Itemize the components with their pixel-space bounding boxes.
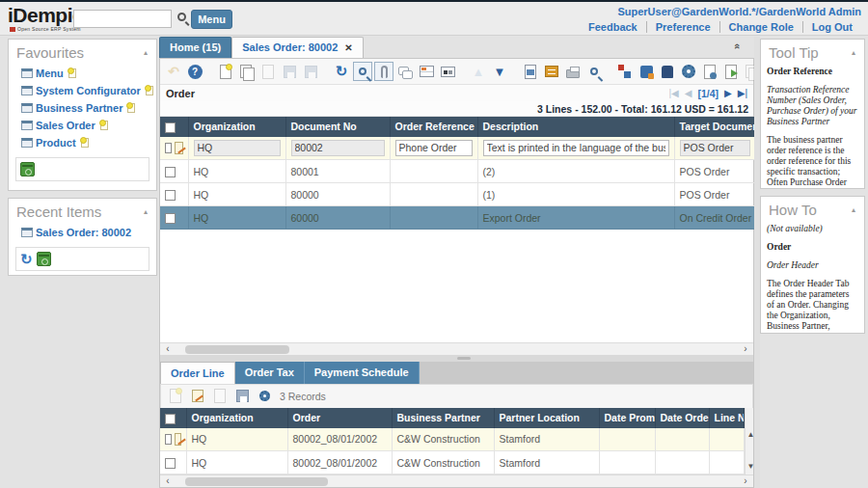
- parent-record-icon[interactable]: ▲: [469, 62, 488, 81]
- new-record-icon[interactable]: [146, 86, 153, 95]
- new-record-icon[interactable]: [81, 138, 89, 148]
- copy-record-icon[interactable]: [237, 62, 257, 81]
- collapse-north-icon[interactable]: «: [732, 43, 744, 49]
- favourite-item-product[interactable]: Product: [9, 134, 156, 151]
- row-checkbox[interactable]: [165, 167, 176, 177]
- tab-order-tax[interactable]: Order Tax: [235, 362, 305, 384]
- col-target-document-type[interactable]: Target Document Type: [674, 117, 755, 137]
- archive-icon[interactable]: [542, 62, 561, 81]
- refresh-recent-icon[interactable]: ↻: [20, 252, 33, 266]
- order-line-hscrollbar[interactable]: ‹ ›: [160, 474, 753, 487]
- next-record-icon[interactable]: ▶: [724, 88, 732, 98]
- save-create-icon[interactable]: [301, 62, 320, 81]
- tab-home[interactable]: Home (15): [159, 37, 231, 58]
- find-icon[interactable]: [353, 62, 372, 81]
- row-checkbox[interactable]: [165, 143, 172, 153]
- tab-payment-schedule[interactable]: Payment Schedule: [305, 362, 420, 384]
- detail-splitter[interactable]: [160, 355, 753, 362]
- change-role-link[interactable]: Change Role: [719, 21, 802, 33]
- scroll-left-icon[interactable]: ‹: [162, 343, 174, 355]
- chat-icon[interactable]: [395, 62, 415, 81]
- process-icon[interactable]: [679, 62, 698, 81]
- attachment-icon[interactable]: [374, 62, 393, 81]
- save-icon[interactable]: [232, 387, 252, 406]
- row-checkbox[interactable]: [165, 434, 172, 445]
- trash-bin-icon[interactable]: [20, 162, 35, 176]
- menu-button[interactable]: Menu: [191, 10, 232, 29]
- favourite-item-sales-order[interactable]: Sales Order: [9, 117, 156, 134]
- quick-form-icon[interactable]: [438, 62, 457, 81]
- col-organization[interactable]: Organization: [186, 408, 287, 428]
- last-record-icon[interactable]: ▶|: [738, 88, 747, 98]
- col-document-no[interactable]: Document No: [285, 117, 390, 137]
- help-icon[interactable]: ?: [185, 62, 204, 81]
- edit-record-icon[interactable]: [188, 387, 207, 406]
- process-icon[interactable]: [255, 387, 274, 406]
- first-record-icon[interactable]: |◀: [668, 88, 678, 98]
- new-record-icon[interactable]: [127, 103, 135, 113]
- select-all-checkbox[interactable]: [165, 122, 176, 133]
- collapse-favourites-icon[interactable]: ▴: [144, 48, 148, 57]
- table-row-current[interactable]: [160, 137, 755, 160]
- row-checkbox[interactable]: [165, 190, 176, 201]
- new-record-icon[interactable]: [100, 121, 108, 130]
- print-preview-icon[interactable]: [584, 62, 604, 81]
- trash-bin-icon[interactable]: [37, 252, 51, 266]
- save-icon[interactable]: [280, 62, 299, 81]
- col-partner-location[interactable]: Partner Location: [494, 408, 599, 428]
- delete-record-icon[interactable]: [258, 62, 278, 81]
- workflow-icon[interactable]: [615, 62, 635, 81]
- search-icon[interactable]: [177, 13, 186, 21]
- organization-field[interactable]: [194, 140, 281, 156]
- favourite-item-system-configurator[interactable]: System Configurator: [9, 82, 156, 99]
- col-order-reference[interactable]: Order Reference: [390, 117, 477, 137]
- table-row-selected[interactable]: HQ 60000 Export Order On Credit Order: [160, 206, 755, 230]
- file-import-icon[interactable]: [721, 62, 741, 81]
- detail-record-icon[interactable]: ▼: [490, 62, 509, 81]
- col-order[interactable]: Order: [287, 408, 392, 428]
- recent-item-sales-order-80002[interactable]: Sales Order: 80002: [9, 224, 156, 241]
- new-record-icon[interactable]: [68, 68, 76, 78]
- print-icon[interactable]: [563, 62, 583, 81]
- requests-icon[interactable]: [658, 62, 677, 81]
- col-description[interactable]: Description: [477, 117, 674, 137]
- previous-record-icon[interactable]: ◀: [685, 88, 692, 98]
- collapse-tooltip-icon[interactable]: ▴: [852, 48, 855, 57]
- col-date-ordered[interactable]: Date Ordered: [655, 408, 709, 428]
- close-tab-icon[interactable]: ✕: [344, 42, 352, 53]
- feedback-link[interactable]: Feedback: [580, 21, 646, 33]
- document-no-field[interactable]: [291, 140, 385, 156]
- col-organization[interactable]: Organization: [188, 117, 285, 137]
- scroll-right-icon[interactable]: ›: [740, 343, 751, 355]
- row-checkbox[interactable]: [165, 458, 176, 469]
- log-out-link[interactable]: Log Out: [802, 21, 861, 33]
- new-record-icon[interactable]: [216, 62, 235, 81]
- favourite-item-menu[interactable]: Menu: [9, 65, 156, 82]
- target-document-type-field[interactable]: [680, 140, 750, 156]
- refresh-icon[interactable]: ↻: [332, 62, 351, 81]
- col-line-no[interactable]: Line No: [709, 408, 744, 428]
- delete-record-icon[interactable]: [210, 387, 230, 406]
- row-checkbox[interactable]: [165, 213, 176, 224]
- preference-link[interactable]: Preference: [646, 21, 719, 33]
- order-line-vscrollbar[interactable]: ▲ ▼: [745, 408, 754, 474]
- order-grid-hscrollbar[interactable]: ‹ ›: [160, 342, 753, 355]
- table-row-current[interactable]: HQ 80002_08/01/2002 C&W Construction Sta…: [160, 428, 744, 451]
- tab-sales-order[interactable]: Sales Order: 80002✕: [231, 37, 363, 58]
- grid-toggle-icon[interactable]: [417, 62, 436, 81]
- order-reference-field[interactable]: [395, 140, 473, 156]
- tab-order-line[interactable]: Order Line: [160, 362, 235, 384]
- collapse-howto-icon[interactable]: ▴: [852, 205, 855, 214]
- table-row[interactable]: HQ 80001 (2) POS Order: [160, 160, 755, 183]
- new-record-icon[interactable]: [166, 387, 185, 406]
- report-icon[interactable]: [521, 62, 540, 81]
- collapse-recent-icon[interactable]: ▴: [144, 207, 148, 216]
- scroll-left-icon[interactable]: ‹: [162, 475, 174, 487]
- hscroll-thumb[interactable]: [185, 477, 328, 486]
- undo-icon[interactable]: ↶: [164, 62, 183, 81]
- description-field[interactable]: [483, 140, 669, 156]
- scroll-right-icon[interactable]: ›: [740, 475, 751, 487]
- global-search-input[interactable]: [73, 10, 172, 28]
- col-date-promised[interactable]: Date Promised: [599, 408, 655, 428]
- table-row[interactable]: HQ 80002_08/01/2002 C&W Construction Sta…: [160, 451, 744, 474]
